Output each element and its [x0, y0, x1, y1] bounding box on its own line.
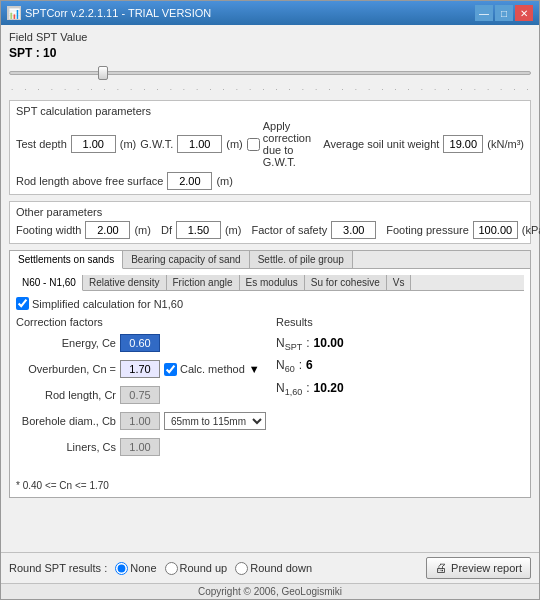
footing-width-input[interactable]	[85, 221, 130, 239]
correction-rod-row: Rod length, Cr	[16, 386, 266, 404]
overburden-label: Overburden, Cn =	[16, 363, 116, 375]
avg-soil-unit: (kN/m³)	[487, 138, 524, 150]
maximize-button[interactable]: □	[495, 5, 513, 21]
window-title: SPTCorr v.2.2.1.11 - TRIAL VERSION	[25, 7, 211, 19]
spt-slider-thumb[interactable]	[98, 66, 108, 80]
borehole-input[interactable]	[120, 412, 160, 430]
spt-section-label: Field SPT Value	[9, 31, 531, 43]
tick: ·	[434, 85, 436, 94]
round-none-text: None	[130, 562, 156, 574]
round-section: Round SPT results : None Round up Round …	[9, 562, 312, 575]
tick: ·	[500, 85, 502, 94]
n160-separator: :	[306, 381, 309, 395]
results-title: Results	[276, 316, 524, 328]
rod-input[interactable]	[120, 386, 160, 404]
gwt-label: G.W.T.	[140, 138, 173, 150]
round-none-radio[interactable]	[115, 562, 128, 575]
liners-input[interactable]	[120, 438, 160, 456]
rod-length-input[interactable]	[167, 172, 212, 190]
n160-label: N1,60	[276, 381, 302, 397]
tick: ·	[130, 85, 132, 94]
footing-pressure-unit: (kPa)	[522, 224, 540, 236]
tick: ·	[513, 85, 515, 94]
simplified-calc-label[interactable]: Simplified calculation for N1,60	[16, 297, 183, 310]
tick: ·	[341, 85, 343, 94]
correction-column: Correction factors Energy, Ce Overburden…	[16, 316, 266, 464]
spt-value-section: Field SPT Value SPT : 10 · · · · · · · ·…	[9, 31, 531, 94]
energy-label: Energy, Ce	[16, 337, 116, 349]
fos-input[interactable]	[331, 221, 376, 239]
tick: ·	[64, 85, 66, 94]
tick: ·	[11, 85, 13, 94]
apply-correction-label[interactable]: Apply correction due to G.W.T.	[247, 120, 316, 168]
round-none-label[interactable]: None	[115, 562, 156, 575]
round-down-label[interactable]: Round down	[235, 562, 312, 575]
bottom-bar: Round SPT results : None Round up Round …	[1, 552, 539, 583]
gwt-unit: (m)	[226, 138, 243, 150]
tick: ·	[117, 85, 119, 94]
preview-report-button[interactable]: 🖨 Preview report	[426, 557, 531, 579]
energy-input[interactable]	[120, 334, 160, 352]
tick: ·	[24, 85, 26, 94]
subtab-relative-density[interactable]: Relative density	[83, 275, 167, 290]
apply-correction-text: Apply correction due to G.W.T.	[263, 120, 316, 168]
calc-method-checkbox[interactable]	[164, 363, 177, 376]
subtab-n60-n160[interactable]: N60 - N1,60	[16, 275, 83, 291]
tick: ·	[209, 85, 211, 94]
n60-label: N60	[276, 358, 295, 374]
subtab-su-cohesive[interactable]: Su for cohesive	[305, 275, 387, 290]
avg-soil-input[interactable]	[443, 135, 483, 153]
df-label: Df	[161, 224, 172, 236]
close-button[interactable]: ✕	[515, 5, 533, 21]
n160-value: 10.20	[314, 381, 344, 395]
footing-pressure-input[interactable]	[473, 221, 518, 239]
spt-slider-container	[9, 63, 531, 83]
minimize-button[interactable]: —	[475, 5, 493, 21]
apply-correction-checkbox[interactable]	[247, 138, 260, 151]
round-down-radio[interactable]	[235, 562, 248, 575]
round-up-label[interactable]: Round up	[165, 562, 228, 575]
title-controls: — □ ✕	[475, 5, 533, 21]
overburden-input[interactable]	[120, 360, 160, 378]
tick: ·	[236, 85, 238, 94]
result-n160-row: N1,60 : 10.20	[276, 381, 524, 397]
footing-width-unit: (m)	[134, 224, 151, 236]
subtab-vs[interactable]: Vs	[387, 275, 412, 290]
round-label: Round SPT results :	[9, 562, 107, 574]
nspt-value: 10.00	[314, 336, 344, 350]
correction-overburden-row: Overburden, Cn = Calc. method ▼	[16, 360, 266, 378]
simplified-calc-checkbox[interactable]	[16, 297, 29, 310]
tab-bearing-capacity[interactable]: Bearing capacity of sand	[123, 251, 250, 268]
tab-settle-pile-group[interactable]: Settle. of pile group	[250, 251, 353, 268]
tick: ·	[156, 85, 158, 94]
main-tabs-header: Settlements on sands Bearing capacity of…	[10, 251, 530, 269]
results-column: Results NSPT : 10.00 N60 : 6	[276, 316, 524, 464]
title-bar: 📊 SPTCorr v.2.2.1.11 - TRIAL VERSION — □…	[1, 1, 539, 25]
main-window: 📊 SPTCorr v.2.2.1.11 - TRIAL VERSION — □…	[0, 0, 540, 600]
calc-method-checkbox-label[interactable]: Calc. method	[164, 363, 245, 376]
df-unit: (m)	[225, 224, 242, 236]
n60-value: 6	[306, 358, 313, 372]
footing-width-label: Footing width	[16, 224, 81, 236]
tick: ·	[381, 85, 383, 94]
subtab-friction-angle[interactable]: Friction angle	[167, 275, 240, 290]
result-nspt-row: NSPT : 10.00	[276, 336, 524, 352]
tick: ·	[368, 85, 370, 94]
tick: ·	[37, 85, 39, 94]
calc-method-dropdown-icon[interactable]: ▼	[249, 363, 260, 375]
tick: ·	[355, 85, 357, 94]
df-input[interactable]	[176, 221, 221, 239]
tab-settlements-on-sands[interactable]: Settlements on sands	[10, 251, 123, 269]
tick: ·	[249, 85, 251, 94]
nspt-separator: :	[306, 336, 309, 350]
borehole-dropdown[interactable]: 65mm to 115mm	[164, 412, 266, 430]
correction-energy-row: Energy, Ce	[16, 334, 266, 352]
round-up-radio[interactable]	[165, 562, 178, 575]
two-col-layout: Correction factors Energy, Ce Overburden…	[16, 316, 524, 464]
gwt-input[interactable]	[177, 135, 222, 153]
fos-label: Factor of safety	[251, 224, 327, 236]
test-depth-input[interactable]	[71, 135, 116, 153]
app-icon: 📊	[7, 6, 21, 20]
subtab-es-modulus[interactable]: Es modulus	[240, 275, 305, 290]
result-n60-row: N60 : 6	[276, 358, 524, 374]
